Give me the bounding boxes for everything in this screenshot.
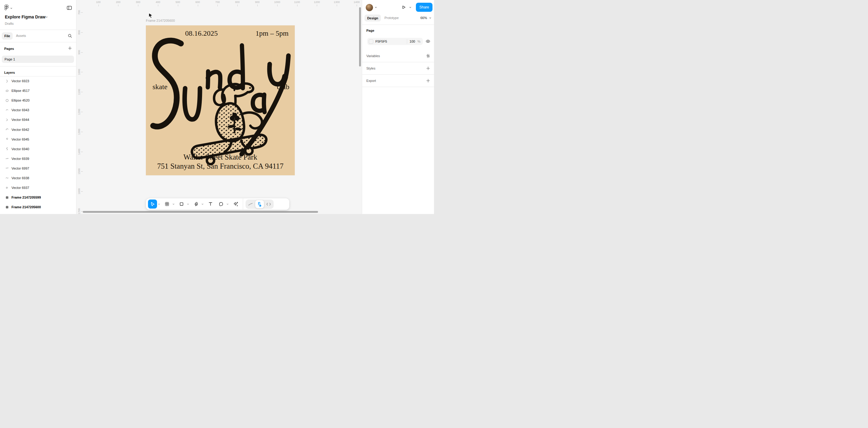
move-dropdown-chevron-icon[interactable] xyxy=(157,203,161,205)
section-export[interactable]: Export xyxy=(362,75,434,87)
present-play-icon[interactable] xyxy=(402,5,406,9)
comment-dropdown-chevron-icon[interactable] xyxy=(226,203,229,205)
plus-icon[interactable] xyxy=(426,79,430,83)
layer-row[interactable]: Ellipse 4520 xyxy=(0,95,76,105)
left-sidebar: Explore Figma Draw Drafts File Assets Pa… xyxy=(0,0,76,214)
layer-row[interactable]: Vector 6940 xyxy=(0,144,76,154)
section-variables[interactable]: Variables xyxy=(362,50,434,62)
frame-icon xyxy=(5,205,9,209)
sliders-icon[interactable] xyxy=(426,54,430,58)
text-tool[interactable] xyxy=(206,199,215,208)
vector-icon xyxy=(5,98,9,102)
layer-row[interactable]: Vector 6945 xyxy=(0,135,76,144)
layer-row[interactable]: Vector 6997 xyxy=(0,164,76,173)
horizontal-scrollbar[interactable] xyxy=(83,211,318,213)
page-color-hex[interactable]: F5F5F5 xyxy=(375,39,407,43)
page-item-selected[interactable]: Page 1 xyxy=(2,56,74,63)
ruler-tick xyxy=(257,4,258,6)
layer-row[interactable]: Vector 6943 xyxy=(0,105,76,115)
frame-tool-group xyxy=(162,199,176,208)
share-button[interactable]: Share xyxy=(416,3,433,12)
ruler-tick xyxy=(178,4,178,6)
pen-dropdown-chevron-icon[interactable] xyxy=(200,203,205,205)
measure-mode-button[interactable] xyxy=(255,200,264,208)
tab-prototype[interactable]: Prototype xyxy=(384,16,399,20)
right-panel: Share Design Prototype 66% Page F5F5F5 1… xyxy=(362,0,434,214)
pen-tool-icon xyxy=(194,202,198,206)
ruler-tick xyxy=(198,4,198,6)
ruler-label: 800 xyxy=(235,1,240,4)
ruler-vertical: 7008009001000110012001300140015001600170… xyxy=(76,0,83,214)
document-location[interactable]: Drafts xyxy=(5,22,13,25)
figma-app-window: Explore Figma Draw Drafts File Assets Pa… xyxy=(0,0,434,214)
layer-row[interactable]: Vector 6923 xyxy=(0,76,76,86)
tab-assets[interactable]: Assets xyxy=(16,34,26,37)
ruler-label: 500 xyxy=(176,1,180,4)
layer-row[interactable]: Frame 2147205600 xyxy=(0,202,76,212)
ruler-tick xyxy=(81,32,83,33)
zoom-level[interactable]: 66% xyxy=(421,16,427,20)
layer-label: Vector 6939 xyxy=(11,157,29,161)
poster-word-skate: skate xyxy=(153,83,167,91)
frame-tool[interactable] xyxy=(162,199,172,208)
tab-file[interactable]: File xyxy=(2,32,13,39)
dev-mode-icon xyxy=(266,202,271,206)
vector-icon xyxy=(5,118,9,121)
page-section-title: Page xyxy=(366,29,374,32)
ruler-label: 1400 xyxy=(78,149,81,155)
layer-row[interactable]: Vector 6937 xyxy=(0,183,76,193)
ruler-label: 1400 xyxy=(354,1,360,4)
document-title[interactable]: Explore Figma Draw xyxy=(5,15,45,19)
search-icon[interactable] xyxy=(68,33,72,38)
ruler-label: 1300 xyxy=(78,129,81,135)
ruler-tick xyxy=(81,191,83,192)
frame-icon xyxy=(5,196,9,199)
canvas-viewport[interactable]: 1002003004005006007008009001000110012001… xyxy=(76,0,362,214)
move-tool-icon xyxy=(150,201,155,207)
add-page-icon[interactable] xyxy=(68,46,72,50)
poster-word-club: club xyxy=(277,83,289,91)
zoom-chevron-icon[interactable] xyxy=(429,17,432,19)
sidebar-header-row xyxy=(0,3,76,13)
page-color-swatch[interactable] xyxy=(369,39,373,44)
draw-mode-button[interactable] xyxy=(246,200,255,208)
avatar[interactable] xyxy=(366,4,373,11)
document-title-chevron-icon[interactable] xyxy=(45,16,48,19)
layer-row[interactable]: Vector 6942 xyxy=(0,124,76,134)
ruler-label: 700 xyxy=(78,10,81,15)
frame-name-label[interactable]: Frame 2147205600 xyxy=(146,19,175,22)
layer-label: Vector 6997 xyxy=(11,167,29,170)
comment-tool-group xyxy=(217,199,229,208)
main-menu-chevron-icon[interactable] xyxy=(10,7,13,10)
poster-frame[interactable]: 08.16.2025 1pm – 5pm skate club Waller S… xyxy=(146,25,295,175)
tab-design[interactable]: Design xyxy=(365,15,381,22)
layer-row[interactable]: Ellipse 4517 xyxy=(0,86,76,95)
avatar-chevron-icon[interactable] xyxy=(374,6,377,9)
section-title: Variables xyxy=(366,54,380,58)
page-color-row[interactable]: F5F5F5 100 % xyxy=(367,38,423,45)
layer-row[interactable]: Vector 6944 xyxy=(0,115,76,124)
layer-row[interactable]: Vector 6939 xyxy=(0,154,76,164)
frame-dropdown-chevron-icon[interactable] xyxy=(172,203,176,205)
pen-tool[interactable] xyxy=(191,199,200,208)
visibility-eye-icon[interactable] xyxy=(426,39,430,43)
move-tool[interactable] xyxy=(148,199,157,208)
vector-icon xyxy=(5,176,9,180)
layer-label: Vector 6945 xyxy=(11,138,29,141)
rectangle-dropdown-chevron-icon[interactable] xyxy=(186,203,190,205)
toggle-sidebar-icon[interactable] xyxy=(67,6,72,10)
dev-mode-button[interactable] xyxy=(264,200,273,208)
plus-icon[interactable] xyxy=(426,66,430,70)
layer-row[interactable]: Frame 2147205599 xyxy=(0,193,76,202)
page-opacity-value[interactable]: 100 xyxy=(407,39,417,43)
comment-tool[interactable] xyxy=(217,199,226,208)
actions-tool[interactable] xyxy=(231,199,240,208)
vertical-scrollbar[interactable] xyxy=(359,7,361,66)
ruler-tick xyxy=(81,72,83,72)
rectangle-tool[interactable] xyxy=(177,199,186,208)
figma-logo-icon[interactable] xyxy=(4,4,9,11)
ruler-label: 600 xyxy=(195,1,200,4)
present-chevron-icon[interactable] xyxy=(409,6,412,9)
layer-row[interactable]: Vector 6938 xyxy=(0,173,76,183)
section-styles[interactable]: Styles xyxy=(362,62,434,75)
